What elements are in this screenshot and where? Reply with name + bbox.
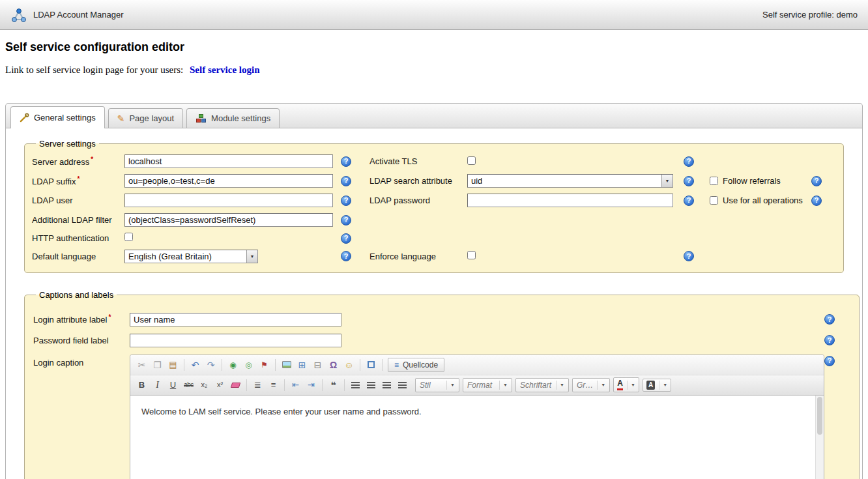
toolbar-separator — [284, 379, 285, 391]
cut-icon[interactable]: ✂ — [134, 357, 149, 373]
use-all-operations-checkbox[interactable] — [710, 196, 718, 205]
format-dropdown[interactable]: Format ▼ — [463, 378, 512, 392]
spellcheck-flag-icon[interactable]: ⚑ — [257, 357, 272, 373]
copy-icon[interactable]: ❐ — [150, 357, 165, 373]
ldap-suffix-input[interactable] — [124, 174, 333, 188]
help-icon[interactable]: ? — [684, 251, 694, 261]
maximize-icon[interactable] — [364, 357, 379, 373]
help-icon[interactable]: ? — [341, 176, 351, 186]
help-icon[interactable]: ? — [811, 196, 822, 206]
find-icon[interactable]: ◉ — [225, 357, 240, 373]
self-service-login-link[interactable]: Self service login — [190, 65, 259, 75]
ldap-suffix-label: LDAP suffix — [32, 177, 76, 186]
source-button[interactable]: ≡ Quellcode — [388, 358, 444, 372]
enforce-language-checkbox[interactable] — [467, 251, 476, 259]
editor-toolbar-row1: ✂ ❐ ▤ ↶ ↷ ◉ ◎ ⚑ ⊞ ⊟ Ω — [130, 355, 824, 375]
additional-ldap-filter-input[interactable] — [124, 213, 333, 227]
help-icon[interactable]: ? — [684, 176, 694, 186]
undo-icon[interactable]: ↶ — [188, 357, 203, 373]
underline-icon[interactable]: U — [166, 377, 181, 393]
ldap-user-input[interactable] — [124, 194, 333, 207]
toolbar-separator — [246, 379, 247, 391]
lam-logo-icon — [10, 7, 27, 23]
help-icon[interactable]: ? — [824, 314, 835, 325]
help-icon[interactable]: ? — [811, 176, 822, 186]
tab-page-layout[interactable]: ✎ Page layout — [108, 108, 183, 128]
background-color-button[interactable]: A ▼ — [643, 379, 671, 392]
indent-icon[interactable]: ⇥ — [304, 377, 319, 393]
help-icon[interactable]: ? — [341, 233, 351, 244]
numbered-list-icon[interactable]: ≣ — [250, 377, 265, 393]
help-icon[interactable]: ? — [341, 215, 351, 225]
follow-referrals-checkbox[interactable] — [710, 177, 718, 185]
source-icon: ≡ — [394, 360, 399, 370]
tabs-widget: General settings ✎ Page layout Module se… — [5, 103, 863, 479]
server-settings-grid: Server address* ? Activate TLS ? LDAP su… — [32, 154, 836, 263]
help-icon[interactable]: ? — [684, 156, 694, 167]
editor-scrollbar[interactable] — [815, 396, 824, 479]
font-dropdown[interactable]: Schriftart ▼ — [515, 378, 569, 392]
password-field-label-input[interactable] — [130, 334, 341, 347]
ldap-password-label: LDAP password — [369, 196, 467, 205]
tab-label: Module settings — [211, 113, 270, 123]
use-all-operations-label: Use for all operations — [723, 196, 803, 205]
help-icon[interactable]: ? — [824, 335, 835, 345]
bold-icon[interactable]: B — [134, 377, 149, 393]
replace-icon[interactable]: ◎ — [241, 357, 256, 373]
additional-ldap-filter-label: Additional LDAP filter — [32, 215, 124, 225]
help-icon[interactable]: ? — [341, 156, 351, 167]
required-asterisk: * — [108, 313, 111, 321]
help-icon[interactable]: ? — [341, 196, 351, 206]
paste-icon[interactable]: ▤ — [166, 357, 181, 373]
http-authentication-checkbox[interactable] — [124, 233, 133, 241]
ldap-search-attribute-select[interactable]: uid ▼ — [467, 174, 673, 188]
chevron-down-icon: ▼ — [627, 381, 635, 390]
required-asterisk: * — [91, 156, 93, 163]
special-character-icon[interactable]: Ω — [326, 357, 341, 373]
activate-tls-checkbox[interactable] — [467, 156, 476, 165]
page-title: Self service configuration editor — [5, 40, 863, 54]
tab-module-settings[interactable]: Module settings — [186, 108, 280, 128]
italic-icon[interactable]: I — [150, 377, 165, 393]
blockquote-icon[interactable]: ❝ — [326, 377, 341, 393]
default-language-label: Default language — [32, 252, 124, 261]
default-language-select[interactable]: English (Great Britain) ▼ — [124, 250, 258, 263]
align-left-icon[interactable] — [348, 377, 363, 393]
toolbar-separator — [275, 359, 276, 371]
source-button-label: Quellcode — [403, 360, 438, 370]
chevron-down-icon: ▼ — [556, 381, 564, 390]
remove-format-icon[interactable] — [228, 377, 243, 393]
bullet-list-icon[interactable]: ≡ — [266, 377, 281, 393]
editor-content[interactable]: Welcome to LAM self service. Please ente… — [130, 396, 824, 479]
ldap-password-input[interactable] — [467, 194, 673, 207]
style-dropdown[interactable]: Stil ▼ — [415, 378, 459, 392]
subscript-icon[interactable]: x₂ — [197, 377, 212, 393]
help-icon[interactable]: ? — [824, 356, 835, 366]
server-address-input[interactable] — [124, 154, 333, 168]
outdent-icon[interactable]: ⇤ — [288, 377, 303, 393]
font-dropdown-value: Schriftart — [520, 381, 551, 390]
login-link-prefix: Link to self service login page for your… — [5, 65, 183, 75]
ldap-search-attribute-label: LDAP search attribute — [369, 176, 467, 186]
redo-icon[interactable]: ↷ — [203, 357, 218, 373]
strikethrough-icon[interactable]: abc — [181, 377, 196, 393]
help-icon[interactable]: ? — [684, 196, 694, 206]
smiley-icon[interactable]: ☺ — [341, 357, 356, 373]
editor-scrollbar-thumb[interactable] — [817, 397, 822, 435]
toolbar-separator — [344, 379, 345, 391]
app-header: LDAP Account Manager Self service profil… — [0, 0, 868, 30]
table-icon[interactable]: ⊞ — [295, 357, 310, 373]
format-dropdown-value: Format — [467, 381, 492, 390]
tab-general-settings[interactable]: General settings — [10, 106, 105, 128]
align-right-icon[interactable] — [379, 377, 394, 393]
size-dropdown[interactable]: Gr… ▼ — [572, 378, 610, 392]
image-icon[interactable] — [279, 357, 294, 373]
text-color-button[interactable]: A ▼ — [613, 377, 639, 392]
align-center-icon[interactable] — [364, 377, 379, 393]
horizontal-rule-icon[interactable]: ⊟ — [310, 357, 325, 373]
help-icon[interactable]: ? — [341, 251, 351, 261]
superscript-icon[interactable]: x² — [212, 377, 227, 393]
login-caption-row: Login caption ✂ ❐ ▤ ↶ ↷ ◉ ◎ ⚑ — [33, 355, 850, 479]
login-attribute-input[interactable] — [130, 313, 341, 327]
align-justify-icon[interactable] — [395, 377, 410, 393]
